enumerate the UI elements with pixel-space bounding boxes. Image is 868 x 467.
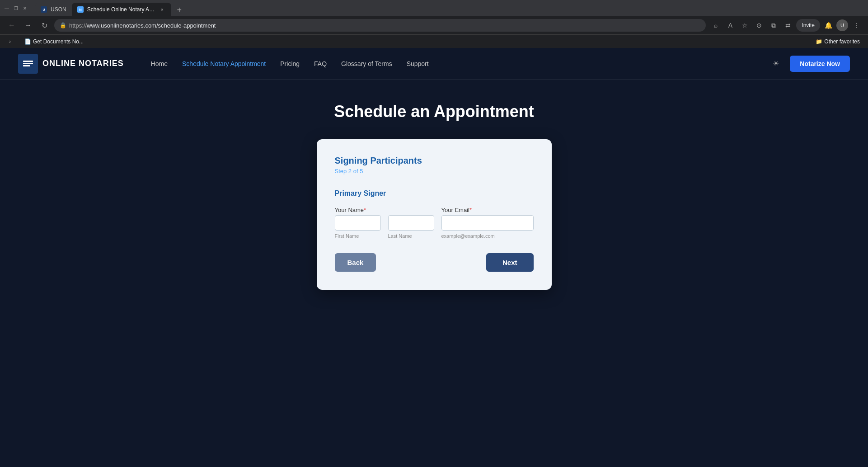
url-domain: www.usonlinenotaries.com <box>87 22 156 29</box>
folder-icon: 📁 <box>816 38 822 45</box>
reload-button[interactable]: ↻ <box>38 19 51 32</box>
nav-support[interactable]: Support <box>407 60 429 67</box>
close-button[interactable]: ✕ <box>22 5 28 11</box>
nav-pricing[interactable]: Pricing <box>280 60 300 67</box>
other-favorites-label: Other favorites <box>824 38 860 45</box>
email-input[interactable] <box>441 215 534 231</box>
back-button[interactable]: ← <box>5 19 18 32</box>
notary-tab-favicon: N <box>77 6 84 13</box>
theme-toggle-button[interactable]: ☀ <box>769 57 783 71</box>
first-name-hint: First Name <box>335 233 381 239</box>
bookmark-get-documents[interactable]: 📄 Get Documents No... <box>22 38 86 46</box>
navbar-right: ☀ Notarize Now <box>769 56 850 72</box>
new-tab-button[interactable]: + <box>173 4 186 16</box>
last-name-group: Last Name <box>388 207 434 239</box>
page-title: Schedule an Appointment <box>334 102 534 121</box>
url-path: /schedule-appointment <box>156 22 216 29</box>
translate-icon[interactable]: A <box>724 19 737 32</box>
first-name-group: Your Name* First Name <box>335 207 381 239</box>
next-button[interactable]: Next <box>486 253 534 272</box>
email-required-star: * <box>469 207 472 213</box>
invite-label: Invite <box>802 22 815 28</box>
form-card: Signing Participants Step 2 of 5 Primary… <box>317 139 552 290</box>
notifications-icon[interactable]: 🔔 <box>822 19 835 32</box>
navbar: ONLINE NOTARIES Home Schedule Notary App… <box>0 48 868 80</box>
form-divider <box>335 182 534 182</box>
bookmark-label: Get Documents No... <box>33 38 84 45</box>
history-icon[interactable]: ⊙ <box>753 19 765 32</box>
page-content: Schedule an Appointment Signing Particip… <box>0 80 868 326</box>
email-group: Your Email* example@example.com <box>441 207 534 239</box>
extensions-icon[interactable]: ⧉ <box>767 19 780 32</box>
address-bar[interactable]: 🔒 https://www.usonlinenotaries.com/sched… <box>54 19 706 32</box>
nav-faq[interactable]: FAQ <box>314 60 327 67</box>
bookmark-star-icon[interactable]: ☆ <box>738 19 751 32</box>
form-name-email-row: Your Name* First Name Last Name Your Ema… <box>335 207 534 239</box>
name-label: Your Name* <box>335 207 381 213</box>
profile-initials: U <box>840 23 844 28</box>
bookmarks-right: 📁 Other favorites <box>813 38 863 46</box>
bookmarks-bar: › 📄 Get Documents No... 📁 Other favorite… <box>0 34 868 48</box>
name-required-star: * <box>364 207 366 213</box>
menu-icon[interactable]: ⋮ <box>850 19 863 32</box>
bookmark-icon: 📄 <box>24 38 31 45</box>
form-subsection-title: Primary Signer <box>335 189 534 198</box>
tab-close-button[interactable]: × <box>159 6 166 13</box>
uson-tab-label: USON <box>51 6 66 13</box>
svg-text:N: N <box>79 8 82 12</box>
form-actions: Back Next <box>335 253 534 272</box>
logo-text: ONLINE NOTARIES <box>42 59 124 68</box>
minimize-button[interactable]: — <box>4 5 10 11</box>
tab-uson[interactable]: U USON <box>35 3 72 16</box>
url-protocol: https:// <box>69 22 87 29</box>
last-name-input[interactable] <box>388 215 434 231</box>
website: ONLINE NOTARIES Home Schedule Notary App… <box>0 48 868 452</box>
email-label: Your Email* <box>441 207 534 213</box>
browser-toolbar: ← → ↻ 🔒 https://www.usonlinenotaries.com… <box>0 16 868 34</box>
form-card-header: Signing Participants Step 2 of 5 <box>335 156 534 175</box>
url-text: https://www.usonlinenotaries.com/schedul… <box>69 22 216 29</box>
nav-links: Home Schedule Notary Appointment Pricing… <box>151 60 769 67</box>
notary-tab-label: Schedule Online Notary Appoint <box>87 6 155 13</box>
back-button[interactable]: Back <box>335 253 376 272</box>
browser-title-bar: — ❐ ✕ U USON N Schedule Online Notary Ap… <box>0 0 868 16</box>
tab-schedule-notary[interactable]: N Schedule Online Notary Appoint × <box>72 3 171 16</box>
svg-rect-3 <box>23 61 33 62</box>
nav-glossary[interactable]: Glossary of Terms <box>341 60 392 67</box>
window-controls: — ❐ ✕ <box>4 5 28 11</box>
first-name-input[interactable] <box>335 215 381 231</box>
logo-area: ONLINE NOTARIES <box>18 54 124 74</box>
notarize-now-button[interactable]: Notarize Now <box>790 56 850 72</box>
browser-chrome: — ❐ ✕ U USON N Schedule Online Notary Ap… <box>0 0 868 48</box>
search-icon[interactable]: ⌕ <box>709 19 722 32</box>
form-section-title: Signing Participants <box>335 156 534 166</box>
sync-icon[interactable]: ⇄ <box>782 19 794 32</box>
invite-button[interactable]: Invite <box>796 19 820 32</box>
svg-rect-5 <box>23 65 30 66</box>
lock-icon: 🔒 <box>60 22 66 28</box>
toolbar-actions: ⌕ A ☆ ⊙ ⧉ ⇄ Invite 🔔 U ⋮ <box>709 19 863 32</box>
bookmarks-expand-button[interactable]: › <box>5 37 14 46</box>
logo-icon <box>18 54 38 74</box>
browser-tabs: U USON N Schedule Online Notary Appoint … <box>32 0 864 16</box>
email-hint: example@example.com <box>441 233 534 239</box>
svg-rect-4 <box>23 63 33 64</box>
uson-tab-favicon: U <box>41 6 47 13</box>
form-step-label: Step 2 of 5 <box>335 168 534 175</box>
other-favorites-folder[interactable]: 📁 Other favorites <box>813 38 863 46</box>
last-name-hint: Last Name <box>388 233 434 239</box>
profile-avatar[interactable]: U <box>836 19 848 31</box>
nav-schedule[interactable]: Schedule Notary Appointment <box>182 60 266 67</box>
nav-home[interactable]: Home <box>151 60 168 67</box>
forward-button[interactable]: → <box>22 19 34 32</box>
restore-button[interactable]: ❐ <box>13 5 19 11</box>
